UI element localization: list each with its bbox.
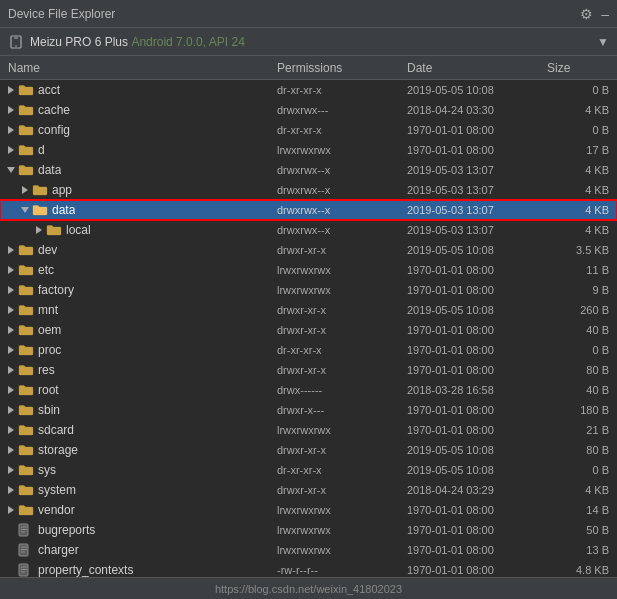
folder-icon	[32, 184, 48, 196]
file-date: 1970-01-01 08:00	[407, 504, 547, 516]
table-row[interactable]: acctdr-xr-xr-x2019-05-05 10:080 B	[0, 80, 617, 100]
svg-marker-8	[22, 186, 28, 194]
folder-icon	[18, 364, 34, 376]
device-android-info: Android 7.0.0, API 24	[131, 35, 244, 49]
file-size: 0 B	[547, 464, 617, 476]
svg-marker-4	[8, 106, 14, 114]
file-date: 2019-05-05 10:08	[407, 84, 547, 96]
table-row[interactable]: storagedrwxr-xr-x2019-05-05 10:0880 B	[0, 440, 617, 460]
file-size: 11 B	[547, 264, 617, 276]
file-date: 1970-01-01 08:00	[407, 144, 547, 156]
file-permissions: lrwxrwxrwx	[277, 144, 407, 156]
file-name-label: etc	[38, 263, 54, 277]
table-row[interactable]: rootdrwx------2018-03-28 16:5840 B	[0, 380, 617, 400]
file-permissions: drwxr-x---	[277, 404, 407, 416]
file-size: 21 B	[547, 424, 617, 436]
table-row[interactable]: sysdr-xr-xr-x2019-05-05 10:080 B	[0, 460, 617, 480]
file-name-label: acct	[38, 83, 60, 97]
file-size: 4 KB	[547, 484, 617, 496]
folder-icon	[18, 164, 34, 176]
minimize-icon[interactable]: –	[601, 6, 609, 22]
svg-rect-29	[19, 544, 28, 556]
device-bar[interactable]: Meizu PRO 6 Plus Android 7.0.0, API 24 ▼	[0, 28, 617, 56]
file-date: 1970-01-01 08:00	[407, 124, 547, 136]
file-name-label: d	[38, 143, 45, 157]
file-size: 14 B	[547, 504, 617, 516]
table-row[interactable]: cachedrwxrwx---2018-04-24 03:304 KB	[0, 100, 617, 120]
table-row[interactable]: property_contexts-rw-r--r--1970-01-01 08…	[0, 560, 617, 577]
file-permissions: drwxr-xr-x	[277, 484, 407, 496]
table-row[interactable]: sdcardlrwxrwxrwx1970-01-01 08:0021 B	[0, 420, 617, 440]
file-permissions: dr-xr-xr-x	[277, 344, 407, 356]
table-row[interactable]: oemdrwxr-xr-x1970-01-01 08:0040 B	[0, 320, 617, 340]
col-date-header: Date	[407, 61, 547, 75]
file-icon	[18, 564, 34, 576]
file-date: 2019-05-05 10:08	[407, 304, 547, 316]
file-date: 2019-05-05 10:08	[407, 244, 547, 256]
file-date: 2018-03-28 16:58	[407, 384, 547, 396]
file-date: 2018-04-24 03:30	[407, 104, 547, 116]
svg-marker-14	[8, 306, 14, 314]
table-row[interactable]: procdr-xr-xr-x1970-01-01 08:000 B	[0, 340, 617, 360]
file-date: 1970-01-01 08:00	[407, 324, 547, 336]
device-dropdown-icon[interactable]: ▼	[597, 35, 609, 49]
file-permissions: drwxrwx--x	[277, 224, 407, 236]
file-size: 17 B	[547, 144, 617, 156]
svg-marker-7	[7, 167, 15, 173]
file-date: 1970-01-01 08:00	[407, 404, 547, 416]
table-row[interactable]: resdrwxr-xr-x1970-01-01 08:0080 B	[0, 360, 617, 380]
table-row[interactable]: mntdrwxr-xr-x2019-05-05 10:08260 B	[0, 300, 617, 320]
device-phone-icon	[8, 34, 24, 50]
file-date: 2019-05-03 13:07	[407, 224, 547, 236]
device-name: Meizu PRO 6 Plus	[30, 35, 128, 49]
table-row[interactable]: datadrwxrwx--x2019-05-03 13:074 KB	[0, 200, 617, 220]
table-row[interactable]: dlrwxrwxrwx1970-01-01 08:0017 B	[0, 140, 617, 160]
file-date: 2019-05-05 10:08	[407, 464, 547, 476]
table-row[interactable]: chargerlrwxrwxrwx1970-01-01 08:0013 B	[0, 540, 617, 560]
svg-marker-9	[21, 207, 29, 213]
table-row[interactable]: bugreportslrwxrwxrwx1970-01-01 08:0050 B	[0, 520, 617, 540]
file-size: 0 B	[547, 344, 617, 356]
table-row[interactable]: systemdrwxr-xr-x2018-04-24 03:294 KB	[0, 480, 617, 500]
file-name-label: property_contexts	[38, 563, 133, 577]
table-row[interactable]: localdrwxrwx--x2019-05-03 13:074 KB	[0, 220, 617, 240]
file-date: 2019-05-03 13:07	[407, 204, 547, 216]
file-permissions: drwx------	[277, 384, 407, 396]
svg-marker-24	[8, 506, 14, 514]
svg-rect-25	[19, 524, 28, 536]
table-row[interactable]: sbindrwxr-x---1970-01-01 08:00180 B	[0, 400, 617, 420]
file-size: 0 B	[547, 84, 617, 96]
file-name-label: data	[38, 163, 61, 177]
svg-marker-23	[8, 486, 14, 494]
table-row[interactable]: vendorlrwxrwxrwx1970-01-01 08:0014 B	[0, 500, 617, 520]
status-bar: https://blog.csdn.net/weixin_41802023	[0, 577, 617, 599]
table-row[interactable]: devdrwxr-xr-x2019-05-05 10:083.5 KB	[0, 240, 617, 260]
folder-icon	[18, 244, 34, 256]
table-row[interactable]: appdrwxrwx--x2019-05-03 13:074 KB	[0, 180, 617, 200]
svg-marker-11	[8, 246, 14, 254]
status-url: https://blog.csdn.net/weixin_41802023	[215, 583, 402, 595]
table-row[interactable]: factorylrwxrwxrwx1970-01-01 08:009 B	[0, 280, 617, 300]
table-row[interactable]: etclrwxrwxrwx1970-01-01 08:0011 B	[0, 260, 617, 280]
file-permissions: dr-xr-xr-x	[277, 84, 407, 96]
title-bar: Device File Explorer ⚙ –	[0, 0, 617, 28]
file-name-label: charger	[38, 543, 79, 557]
file-date: 1970-01-01 08:00	[407, 344, 547, 356]
file-name-label: sys	[38, 463, 56, 477]
file-permissions: drwxrwx---	[277, 104, 407, 116]
table-row[interactable]: datadrwxrwx--x2019-05-03 13:074 KB	[0, 160, 617, 180]
folder-icon	[18, 424, 34, 436]
file-permissions: lrwxrwxrwx	[277, 504, 407, 516]
gear-icon[interactable]: ⚙	[580, 6, 593, 22]
svg-marker-12	[8, 266, 14, 274]
file-name-label: data	[52, 203, 75, 217]
file-name-label: local	[66, 223, 91, 237]
file-permissions: drwxrwx--x	[277, 164, 407, 176]
file-permissions: lrwxrwxrwx	[277, 264, 407, 276]
file-name-label: cache	[38, 103, 70, 117]
table-row[interactable]: configdr-xr-xr-x1970-01-01 08:000 B	[0, 120, 617, 140]
file-permissions: drwxrwx--x	[277, 204, 407, 216]
file-date: 2018-04-24 03:29	[407, 484, 547, 496]
file-permissions: drwxrwx--x	[277, 184, 407, 196]
file-list: acctdr-xr-xr-x2019-05-05 10:080 B cached…	[0, 80, 617, 577]
